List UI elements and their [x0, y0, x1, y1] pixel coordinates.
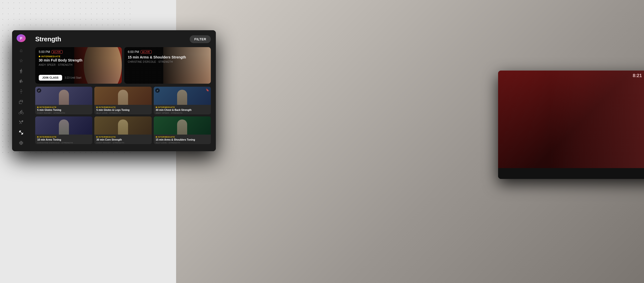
woman-exercise-photo: 8:21 20 min Upper Body — [176, 0, 644, 283]
card-class-name-1: 30 min Full Body Strength — [39, 58, 82, 62]
grid-card-level-1: INTERMEDIATE — [37, 106, 90, 108]
live-card-time-1: 5:00 PM LIVE — [39, 50, 82, 54]
grid-card-title-3: 30 min Chest & Back Strength — [156, 109, 209, 112]
grid-level-dot-4 — [37, 136, 38, 138]
until-start-1: 3:23 Until Start — [65, 76, 81, 79]
grid-card-level-3: INTERMEDIATE — [156, 106, 209, 108]
grid-card-title-2: 5 min Glutes & Legs Toning — [96, 109, 149, 112]
grid-level-dot-1 — [37, 107, 38, 108]
time-text-1: 5:00 PM — [39, 50, 50, 54]
grid-card-info-5: INTERMEDIATE 30 min Core Strength CODY R… — [94, 135, 151, 144]
figure-6 — [177, 119, 187, 135]
live-card-time-2: 6:00 PM LIVE — [128, 50, 186, 54]
grid-card-level-6: INTERMEDIATE — [156, 136, 209, 138]
sidebar-item-cycling[interactable] — [16, 108, 26, 116]
grid-card-sub-1: CODY RIGSBY · STRENGTH — [37, 112, 90, 114]
card-class-name-2: 15 min Arms & Shoulders Strength — [128, 55, 186, 59]
tv-display: 8:21 20 min Upper Body — [498, 71, 644, 179]
join-class-button-1[interactable]: JOIN CLASS — [39, 75, 62, 81]
sidebar-item-strength[interactable] — [16, 128, 26, 137]
grid-card-img-2 — [94, 87, 151, 105]
sidebar-item-stretch[interactable] — [16, 87, 26, 96]
grid-level-dot-2 — [96, 107, 98, 108]
sidebar-item-running[interactable] — [16, 67, 26, 76]
grid-level-dot-6 — [156, 136, 157, 138]
sidebar: P ⌂ ☆ — [12, 30, 30, 151]
main-content: Strength FILTER 5:00 PM LIVE — [30, 30, 216, 151]
grid-card-3[interactable]: ✓ 🔖 INTERMEDIATE 30 min Chest & Back Str… — [154, 87, 211, 114]
sidebar-item-rowing[interactable] — [16, 118, 26, 127]
sidebar-item-yoga[interactable] — [16, 77, 26, 86]
grid-card-title-4: 10 min Arms Toning — [37, 138, 90, 141]
live-card-content-1: 5:00 PM LIVE INTERMEDIATE 30 min Full Bo… — [35, 47, 86, 84]
sidebar-item-cooldown[interactable] — [16, 138, 26, 147]
card-instructor-2: CHRISTINE D'ERCOLE · STRENGTH — [128, 60, 186, 63]
figure-1 — [59, 90, 69, 105]
card-check-3: ✓ — [155, 88, 160, 93]
live-card-1[interactable]: 5:00 PM LIVE INTERMEDIATE 30 min Full Bo… — [35, 47, 122, 84]
live-dot-1 — [53, 51, 55, 53]
grid-section-1: ✓ INTERMEDIATE 5 min Glutes Toning CODY … — [35, 87, 211, 114]
grid-card-info-1: INTERMEDIATE 5 min Glutes Toning CODY RI… — [35, 105, 92, 115]
grid-card-6[interactable]: INTERMEDIATE 15 min Arms & Shoulders Ton… — [154, 116, 211, 144]
grid-card-title-6: 15 min Arms & Shoulders Toning — [156, 138, 209, 141]
filter-button[interactable]: FILTER — [190, 35, 211, 43]
sidebar-item-home[interactable]: ⌂ — [16, 46, 26, 55]
grid-card-sub-4: CHRISTINE D'ERCOLE · STRENGTH — [37, 142, 90, 144]
tv-screen: 8:21 20 min Upper Body — [498, 71, 644, 168]
live-dot-2 — [142, 51, 144, 53]
sidebar-item-boxing[interactable] — [16, 98, 26, 106]
grid-card-info-6: INTERMEDIATE 15 min Arms & Shoulders Ton… — [154, 135, 211, 144]
grid-card-1[interactable]: ✓ INTERMEDIATE 5 min Glutes Toning CODY … — [35, 87, 92, 114]
live-badge-1: LIVE — [52, 50, 63, 54]
bookmark-icon-3[interactable]: 🔖 — [206, 88, 209, 92]
tv-instructor — [549, 71, 644, 168]
grid-card-title-5: 30 min Core Strength — [96, 138, 149, 141]
grid-section-2: INTERMEDIATE 10 min Arms Toning CHRISTIN… — [35, 116, 211, 144]
card-level-1: INTERMEDIATE — [39, 55, 82, 58]
page-title: Strength — [35, 35, 61, 43]
grid-card-level-2: INTERMEDIATE — [96, 106, 149, 108]
page-header: Strength FILTER — [35, 35, 211, 43]
figure-4 — [59, 119, 69, 135]
svg-point-0 — [21, 79, 21, 80]
live-cards-container: 5:00 PM LIVE INTERMEDIATE 30 min Full Bo… — [35, 47, 211, 84]
sidebar-item-favorites[interactable]: ☆ — [16, 56, 26, 65]
grid-card-title-1: 5 min Glutes Toning — [37, 109, 90, 112]
tv-stand — [498, 168, 644, 179]
grid-card-img-5 — [94, 116, 151, 135]
grid-card-sub-6: ALLY LOVE · STRENGTH — [156, 142, 209, 144]
live-card-2[interactable]: 6:00 PM LIVE 15 min Arms & Shoulders Str… — [124, 47, 211, 84]
grid-card-img-4 — [35, 116, 92, 135]
card-bottom-1: JOIN CLASS 3:23 Until Start — [39, 75, 82, 81]
level-dot-1 — [39, 56, 40, 57]
grid-card-sub-5: CODY RIGSBY · STRENGTH — [96, 142, 149, 144]
card-check-1: ✓ — [37, 88, 41, 93]
figure-2 — [118, 90, 128, 105]
app-panel: P ⌂ ☆ Strength FIL — [12, 30, 216, 151]
grid-level-dot-5 — [96, 136, 98, 138]
time-text-2: 6:00 PM — [128, 50, 139, 54]
grid-card-info-3: INTERMEDIATE 30 min Chest & Back Strengt… — [154, 105, 211, 115]
grid-card-info-2: INTERMEDIATE 5 min Glutes & Legs Toning … — [94, 105, 151, 115]
grid-card-5[interactable]: INTERMEDIATE 30 min Core Strength CODY R… — [94, 116, 151, 144]
figure-5 — [118, 119, 128, 135]
grid-card-4[interactable]: INTERMEDIATE 10 min Arms Toning CHRISTIN… — [35, 116, 92, 144]
grid-card-info-4: INTERMEDIATE 10 min Arms Toning CHRISTIN… — [35, 135, 92, 144]
grid-card-img-3 — [154, 87, 211, 105]
live-card-content-2: 6:00 PM LIVE 15 min Arms & Shoulders Str… — [124, 47, 189, 84]
grid-level-dot-3 — [156, 107, 157, 108]
figure-3 — [177, 90, 187, 105]
card-instructor-1: ANDY SPEER · STRENGTH — [39, 64, 82, 66]
grid-card-2[interactable]: INTERMEDIATE 5 min Glutes & Legs Toning … — [94, 87, 151, 114]
grid-card-img-1 — [35, 87, 92, 105]
grid-card-sub-3: ANDY SPEER · STRENGTH — [156, 112, 209, 114]
grid-card-img-6 — [154, 116, 211, 135]
grid-card-sub-2: ALLY LOVE · STRENGTH — [96, 112, 149, 114]
grid-card-level-4: INTERMEDIATE — [37, 136, 90, 138]
avatar[interactable]: P — [17, 34, 26, 42]
grid-card-level-5: INTERMEDIATE — [96, 136, 149, 138]
live-badge-2: LIVE — [141, 50, 152, 54]
